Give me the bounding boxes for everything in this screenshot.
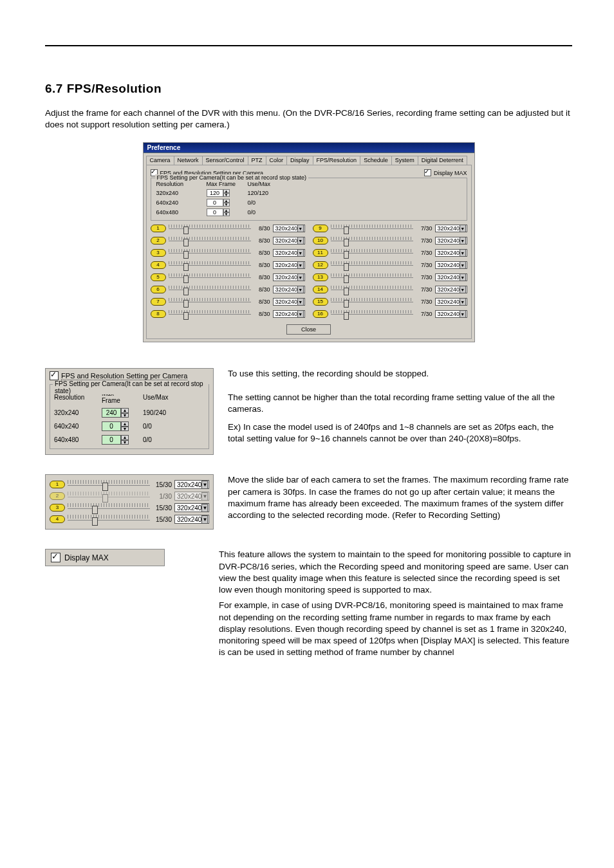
maxframe-input[interactable]	[207, 189, 223, 197]
maxframe-input[interactable]	[207, 199, 223, 207]
chevron-down-icon[interactable]: ▼	[460, 237, 465, 245]
channel-resolution-select[interactable]: 320x240▼	[273, 261, 305, 269]
chevron-down-icon[interactable]: ▼	[297, 225, 303, 232]
chevron-down-icon[interactable]: ▼	[121, 440, 129, 445]
chevron-down-icon[interactable]: ▼	[460, 273, 465, 281]
chevron-down-icon[interactable]: ▼	[297, 286, 303, 293]
channel-slider[interactable]	[169, 273, 251, 281]
channel-resolution-select[interactable]: 320x240▼	[435, 310, 467, 318]
chevron-down-icon[interactable]: ▼	[201, 492, 208, 501]
tab-sensor-control[interactable]: Sensor/Control	[202, 156, 248, 165]
tab-network[interactable]: Network	[174, 156, 203, 165]
chevron-down-icon[interactable]: ▼	[201, 504, 208, 512]
display-max-checkbox[interactable]	[424, 169, 431, 176]
channel-resolution-select[interactable]: 320x240▼	[435, 237, 467, 245]
channel-slider[interactable]	[68, 492, 150, 501]
channel-resolution-select[interactable]: 320x240▼	[174, 480, 209, 489]
channel-slider[interactable]	[331, 249, 413, 257]
channel-resolution-select[interactable]: 320x240▼	[273, 249, 305, 257]
chevron-up-icon[interactable]: ▲	[121, 421, 129, 427]
channel-slider[interactable]	[169, 310, 251, 318]
chevron-down-icon[interactable]: ▼	[460, 249, 465, 257]
channel-slider[interactable]	[331, 273, 413, 281]
tab-ptz[interactable]: PTZ	[248, 156, 266, 165]
maxframe-stepper[interactable]: ▲▼	[207, 189, 236, 197]
channel-resolution-select[interactable]: 320x240▼	[174, 503, 209, 512]
tab-camera[interactable]: Camera	[146, 156, 174, 165]
channel-resolution-select[interactable]: 320x240▼	[273, 286, 305, 293]
channel-slider[interactable]	[331, 261, 413, 269]
channel-resolution-select[interactable]: 320x240▼	[435, 249, 467, 257]
maxframe-input[interactable]	[102, 408, 121, 418]
channel-slider[interactable]	[169, 249, 251, 257]
channel-slider[interactable]	[331, 310, 413, 318]
chevron-down-icon[interactable]: ▼	[460, 310, 465, 318]
chevron-down-icon[interactable]: ▼	[297, 261, 303, 269]
fps-per-camera-checkbox[interactable]	[50, 371, 59, 380]
tab-fps-resolution[interactable]: FPS/Resolution	[313, 156, 361, 165]
channel-slider[interactable]	[331, 286, 413, 293]
maxframe-input[interactable]	[207, 208, 223, 216]
chevron-down-icon[interactable]: ▼	[297, 249, 303, 257]
channel-resolution-select[interactable]: 320x240▼	[273, 310, 305, 318]
chevron-down-icon[interactable]: ▼	[223, 212, 230, 216]
channel-resolution-select[interactable]: 320x240▼	[435, 261, 467, 269]
chevron-down-icon[interactable]: ▼	[223, 203, 230, 207]
chevron-down-icon[interactable]: ▼	[297, 237, 303, 245]
chevron-down-icon[interactable]: ▼	[297, 273, 303, 281]
channel-resolution-select[interactable]: 320x240▼	[435, 273, 467, 281]
chevron-down-icon[interactable]: ▼	[201, 515, 208, 524]
channel-resolution-select[interactable]: 320x240▼	[435, 298, 467, 306]
channel-fps: 8/30	[254, 299, 270, 305]
channel-slider[interactable]	[169, 225, 251, 232]
tab-color[interactable]: Color	[266, 156, 288, 165]
channel-resolution-select[interactable]: 320x240▼	[273, 237, 305, 245]
tab-schedule[interactable]: Schedule	[360, 156, 392, 165]
chevron-down-icon[interactable]: ▼	[201, 481, 208, 489]
tab-system[interactable]: System	[391, 156, 418, 165]
channel-resolution-select[interactable]: 320x240▼	[174, 492, 209, 501]
channel-slider[interactable]	[68, 503, 150, 512]
chevron-down-icon[interactable]: ▼	[460, 225, 465, 232]
close-button[interactable]: Close	[286, 324, 331, 335]
display-max-checkbox[interactable]	[51, 553, 60, 562]
channel-resolution-select[interactable]: 320x240▼	[273, 298, 305, 306]
chevron-down-icon[interactable]: ▼	[460, 286, 465, 293]
maxframe-input[interactable]	[102, 421, 121, 431]
channel-fps: 8/30	[254, 274, 270, 281]
maxframe-stepper[interactable]: ▲▼	[207, 199, 236, 207]
chevron-up-icon[interactable]: ▲	[121, 408, 129, 413]
channel-resolution-select[interactable]: 320x240▼	[435, 286, 467, 293]
maxframe-stepper[interactable]: ▲▼	[102, 421, 134, 431]
chevron-down-icon[interactable]: ▼	[121, 427, 129, 432]
tab-digital-deterrent[interactable]: Digital Deterrent	[418, 156, 467, 165]
channel-slider[interactable]	[331, 298, 413, 306]
chevron-down-icon[interactable]: ▼	[460, 298, 465, 306]
maxframe-stepper[interactable]: ▲▼	[102, 435, 134, 445]
channel-slider[interactable]	[68, 480, 150, 489]
tab-display[interactable]: Display	[286, 156, 313, 165]
maxframe-input[interactable]	[102, 435, 121, 445]
channel-slider[interactable]	[331, 237, 413, 245]
chevron-down-icon[interactable]: ▼	[297, 310, 303, 318]
channel-resolution-select[interactable]: 320x240▼	[273, 273, 305, 281]
channel-slider[interactable]	[68, 515, 150, 524]
channel-resolution-select[interactable]: 320x240▼	[174, 515, 209, 524]
channel-slider[interactable]	[331, 225, 413, 232]
channel-chip: 3	[151, 249, 166, 257]
channel-row: 78/30320x240▼	[151, 298, 305, 306]
channel-slider[interactable]	[169, 298, 251, 306]
channel-fps: 15/30	[153, 481, 172, 488]
maxframe-stepper[interactable]: ▲▼	[207, 208, 236, 216]
channel-slider[interactable]	[169, 261, 251, 269]
channel-resolution-select[interactable]: 320x240▼	[435, 225, 467, 232]
channel-resolution-select[interactable]: 320x240▼	[273, 225, 305, 232]
chevron-down-icon[interactable]: ▼	[223, 193, 230, 197]
channel-slider[interactable]	[169, 237, 251, 245]
chevron-up-icon[interactable]: ▲	[121, 435, 129, 440]
maxframe-stepper[interactable]: ▲▼	[102, 408, 134, 418]
chevron-down-icon[interactable]: ▼	[460, 261, 465, 269]
chevron-down-icon[interactable]: ▼	[297, 298, 303, 306]
chevron-down-icon[interactable]: ▼	[121, 413, 129, 418]
channel-slider[interactable]	[169, 286, 251, 293]
